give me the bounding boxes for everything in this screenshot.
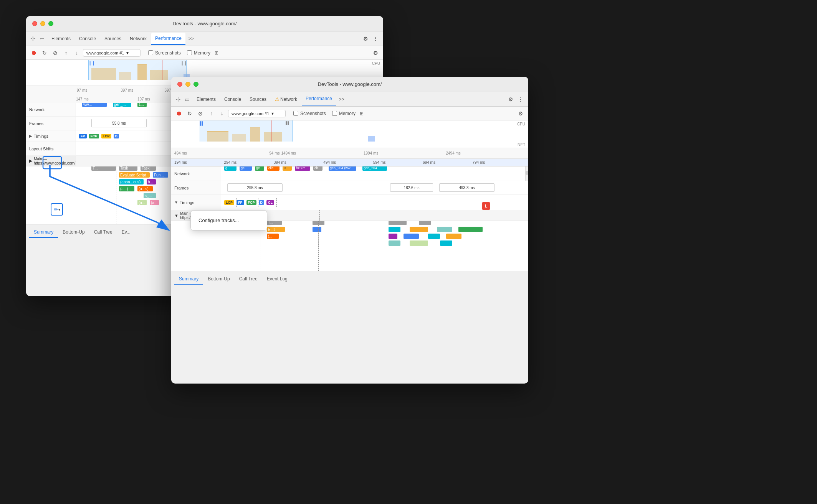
tab-sources-fg[interactable]: Sources — [246, 93, 270, 105]
upload-btn-fg[interactable]: ↑ — [207, 109, 216, 118]
close-button-bg[interactable] — [32, 21, 37, 26]
net-label-fg: NET — [518, 143, 525, 147]
maximize-button-fg[interactable] — [194, 82, 198, 87]
main-header-label-bg: ▶ Main — https://www.google.com/ — [26, 156, 76, 166]
track-frames-label-bg: Frames — [26, 117, 76, 130]
configure-tracks-item[interactable]: Configure tracks... — [191, 214, 267, 227]
ruler-sel-start: 494 ms — [174, 151, 197, 155]
ruler2-tick-0: 147 ms — [76, 97, 137, 101]
main-lt2 — [389, 240, 401, 246]
main-header-content-fg — [221, 210, 528, 221]
device-icon-bg[interactable]: ▭ — [38, 35, 45, 42]
close-button-fg[interactable] — [177, 82, 182, 87]
cursor-icon-fg[interactable]: ⊹ — [174, 96, 181, 103]
download-btn-bg[interactable]: ↓ — [72, 48, 81, 58]
tab-elements-fg[interactable]: Elements — [193, 93, 220, 105]
edit-pencil-btn[interactable]: ✏ ▾ — [51, 203, 63, 216]
settings-icon-fg[interactable]: ⚙ — [506, 95, 515, 104]
timings-text-fg: Timings — [180, 200, 194, 205]
net-9: 9... — [283, 166, 292, 171]
zoom-tick-5: 694 ms — [423, 160, 472, 165]
capture-icon-bg[interactable]: ⊞ — [212, 48, 221, 58]
tab-eventlog-bg[interactable]: Ev... — [117, 227, 135, 238]
url-selector-fg[interactable]: www.google.com #1 ▾ — [228, 110, 286, 117]
main-g — [458, 227, 483, 232]
badge-fp-fg: FP — [237, 200, 244, 205]
ruler-t2: 1994 ms — [364, 151, 446, 155]
net-g: g... — [224, 166, 237, 171]
tab-bottomup-bg[interactable]: Bottom-Up — [58, 227, 89, 238]
badge-lcp: LCP — [101, 134, 111, 138]
maximize-button-bg[interactable] — [48, 21, 53, 26]
record-btn-fg[interactable]: ⏺ — [174, 109, 184, 118]
tab-summary-fg[interactable]: Summary — [174, 274, 203, 285]
scrollbar-thumb[interactable] — [526, 171, 528, 175]
frame-v3: 493.3 ms — [439, 183, 495, 192]
tab-sources-bg[interactable]: Sources — [101, 33, 125, 45]
tab-bottomup-fg[interactable]: Bottom-Up — [203, 274, 234, 285]
settings2-icon-bg[interactable]: ⚙ — [371, 48, 380, 58]
settings2-icon-fg[interactable]: ⚙ — [516, 109, 525, 118]
net-seg-1: 1... — [137, 103, 147, 107]
tab-eventlog-fg[interactable]: Event Log — [262, 274, 292, 285]
screenshots-checkbox-bg[interactable]: Screenshots — [148, 50, 181, 56]
tab-console-fg[interactable]: Console — [220, 93, 245, 105]
clear-btn-fg[interactable]: ⊘ — [196, 109, 205, 118]
traffic-lights-bg[interactable] — [32, 21, 53, 26]
tab-network-fg[interactable]: ⚠Network — [271, 93, 301, 105]
track-network-label-bg: Network — [26, 103, 76, 116]
main-t4 — [419, 221, 431, 225]
screenshots-checkbox-fg[interactable]: Screenshots — [293, 111, 326, 116]
window-title-fg: DevTools - www.google.com/ — [318, 81, 382, 87]
reload-btn-fg[interactable]: ↻ — [185, 109, 194, 118]
more-icon-bg[interactable]: ⋮ — [371, 34, 380, 43]
net-ge2: ge — [255, 166, 264, 171]
title-bar-bg: DevTools - www.google.com/ — [26, 16, 383, 31]
badge-fcp: FCP — [89, 134, 99, 138]
cpu-label-fg: CPU — [517, 122, 525, 126]
url-value-fg: www.google.com #1 — [232, 111, 269, 116]
ruler-t3: 2494 ms — [446, 151, 529, 155]
badge-lcp-fg: LCP — [224, 200, 234, 205]
url-selector-bg[interactable]: www.google.com #1 ▾ — [83, 49, 141, 57]
net-ch: ch — [313, 166, 322, 171]
tab-elements-bg[interactable]: Elements — [48, 33, 74, 45]
toolbar2-bg: ⏺ ↻ ⊘ ↑ ↓ www.google.com #1 ▾ Screenshot… — [26, 46, 383, 60]
upload-btn-bg[interactable]: ↑ — [61, 48, 71, 58]
main-p2 — [389, 234, 398, 239]
settings-icon-bg[interactable]: ⚙ — [361, 34, 370, 43]
tab-summary-bg[interactable]: Summary — [29, 227, 58, 238]
track-scrollbar[interactable] — [525, 166, 528, 181]
memory-checkbox-fg[interactable]: Memory — [332, 111, 356, 116]
device-icon-fg[interactable]: ▭ — [184, 96, 190, 103]
tab-console-bg[interactable]: Console — [75, 33, 100, 45]
badge-d: D — [114, 134, 119, 138]
cpu-minimap-fg: CPU NET — [171, 120, 528, 148]
tab-calltree-fg[interactable]: Call Tree — [235, 274, 262, 285]
cursor-icon-bg[interactable]: ⊹ — [29, 35, 36, 42]
ruler-tick-0: 97 ms — [76, 88, 120, 92]
more-icon-fg[interactable]: ⋮ — [516, 95, 525, 104]
tab-calltree-bg[interactable]: Call Tree — [89, 227, 117, 238]
tab-performance-bg[interactable]: Performance — [151, 33, 185, 45]
ruler-t1: 1494 ms — [281, 151, 364, 155]
clear-btn-bg[interactable]: ⊘ — [51, 48, 60, 58]
traffic-lights-fg[interactable] — [177, 82, 198, 87]
tab-performance-fg[interactable]: Performance — [302, 93, 336, 105]
zoom-tick-6: 794 ms — [473, 160, 522, 165]
capture-icon-fg[interactable]: ⊞ — [357, 109, 366, 118]
task-2: Task — [141, 166, 156, 171]
ruler-zoomed-fg: 194 ms 294 ms 394 ms 494 ms 594 ms 694 m… — [171, 159, 528, 166]
tab-more-fg[interactable]: >> — [337, 93, 347, 105]
minimize-button-fg[interactable] — [185, 82, 190, 87]
download-btn-fg[interactable]: ↓ — [217, 109, 227, 118]
dropdown-arrow-bg: ▾ — [126, 50, 129, 56]
minimize-button-bg[interactable] — [40, 21, 45, 26]
track-layout-label-bg: Layout Shifts — [26, 142, 76, 155]
record-btn-bg[interactable]: ⏺ — [29, 48, 38, 58]
ruler-fg: 494 ms 94 ms 1494 ms 1994 ms 2494 ms — [171, 148, 528, 159]
tab-more-bg[interactable]: >> — [186, 33, 196, 45]
reload-btn-bg[interactable]: ↻ — [40, 48, 49, 58]
memory-checkbox-bg[interactable]: Memory — [187, 50, 210, 56]
tab-network-bg[interactable]: Network — [126, 33, 150, 45]
